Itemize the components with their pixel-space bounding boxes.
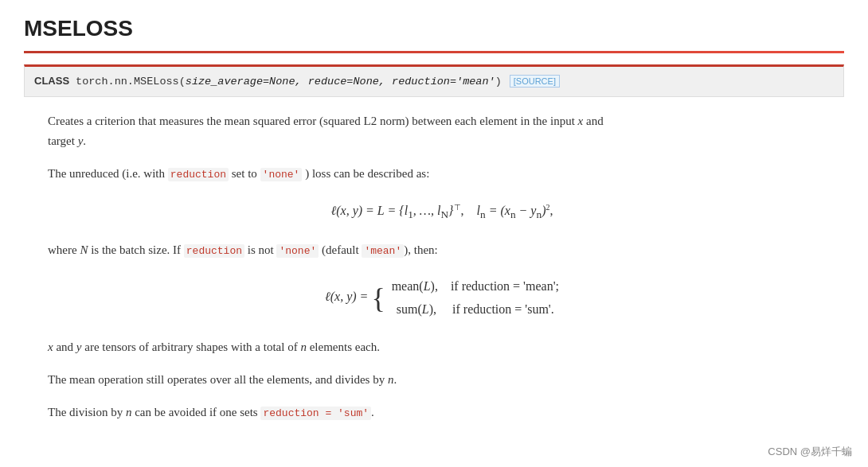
signature-params: size_average=None, reduce=None, reductio… [186, 76, 495, 88]
signature-text: torch.nn.MSELoss(size_average=None, redu… [76, 76, 502, 88]
page-title: MSELOSS [24, 16, 844, 41]
code-reduction2: reduction [184, 244, 244, 258]
para-batch-size: where N is the batch size. If reduction … [48, 240, 836, 260]
source-link[interactable]: [SOURCE] [510, 75, 560, 88]
title-divider [24, 51, 844, 53]
para-mean-operation: The mean operation still operates over a… [48, 370, 836, 390]
watermark: CSDN @易烊千蝙 [768, 445, 852, 450]
para-description: Creates a criterion that measures the me… [48, 111, 836, 151]
class-signature-box: CLASStorch.nn.MSELoss(size_average=None,… [24, 64, 844, 97]
para-tensors: x and y are tensors of arbitrary shapes … [48, 337, 836, 357]
documentation-content: Creates a criterion that measures the me… [24, 111, 844, 422]
code-none: 'none' [260, 168, 303, 181]
code-none2: 'none' [276, 244, 319, 258]
para-unreduced: The unreduced (i.e. with reduction set t… [48, 164, 836, 184]
code-mean: 'mean' [362, 244, 404, 258]
para-division: The division by n can be avoided if one … [48, 403, 836, 422]
formula-ell-l: ℓ(x, y) = L = {l1, …, lN}⊤, ln = (xn − y… [48, 200, 836, 224]
math-N: N [80, 243, 88, 256]
math-x-inline: x [578, 115, 584, 127]
class-keyword: CLASS [34, 75, 69, 87]
math-y2: y [76, 341, 82, 353]
math-n3: n [126, 406, 132, 418]
code-reduction: reduction [168, 168, 229, 181]
formula-piecewise: ℓ(x, y) = { mean(L), if reduction = 'mea… [48, 275, 836, 321]
code-reduction-sum: reduction = 'sum' [260, 407, 371, 420]
math-x2: x [48, 341, 53, 353]
math-n: n [300, 341, 307, 353]
